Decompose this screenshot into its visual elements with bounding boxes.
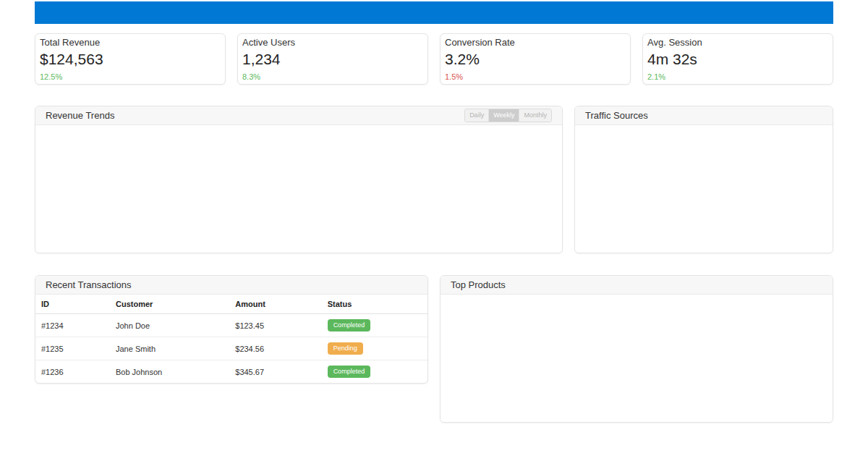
stat-card-total-revenue: Total Revenue $124,563 12.5%: [35, 33, 226, 85]
stat-change: 8.3%: [242, 72, 423, 83]
cell-customer: John Doe: [110, 314, 229, 337]
cell-id: #1235: [35, 337, 110, 360]
period-daily-button[interactable]: Daily: [465, 109, 488, 122]
cell-status: Pending: [322, 337, 427, 360]
stat-card-conversion-rate: Conversion Rate 3.2% 1.5%: [440, 33, 631, 85]
recent-transactions-panel: Recent Transactions ID Customer Amount S…: [35, 275, 428, 384]
stat-change: 2.1%: [647, 72, 828, 83]
stat-label: Avg. Session: [647, 36, 828, 48]
transactions-table: ID Customer Amount Status #1234 John Doe…: [35, 295, 427, 383]
revenue-trends-header: Revenue Trends Daily Weekly Monthly: [35, 106, 562, 125]
recent-transactions-header: Recent Transactions: [35, 276, 427, 295]
period-toggle: Daily Weekly Monthly: [464, 109, 552, 122]
dashboard-page: Total Revenue $124,563 12.5% Active User…: [0, 0, 868, 423]
revenue-trends-chart-area: [35, 125, 562, 253]
cell-id: #1236: [35, 360, 110, 384]
status-badge: Pending: [328, 342, 363, 355]
stat-label: Total Revenue: [40, 36, 221, 48]
table-header-row: ID Customer Amount Status: [35, 295, 427, 314]
status-badge: Completed: [328, 366, 371, 378]
cell-customer: Bob Johnson: [110, 360, 229, 384]
panel-title: Recent Transactions: [46, 279, 132, 290]
table-row: #1236 Bob Johnson $345.67 Completed: [35, 360, 427, 384]
stat-value: 1,234: [242, 49, 423, 69]
traffic-sources-chart-area: [575, 125, 833, 253]
cell-status: Completed: [322, 314, 427, 337]
stat-card-active-users: Active Users 1,234 8.3%: [237, 33, 428, 85]
cell-amount: $345.67: [229, 360, 321, 384]
top-products-panel: Top Products: [440, 275, 833, 423]
status-badge: Completed: [328, 319, 371, 332]
table-row: #1234 John Doe $123.45 Completed: [35, 314, 427, 337]
traffic-sources-panel: Traffic Sources: [574, 106, 833, 253]
cell-status: Completed: [322, 360, 427, 384]
traffic-sources-header: Traffic Sources: [575, 106, 833, 125]
column-header-id: ID: [35, 295, 110, 314]
stat-change: 1.5%: [445, 72, 626, 83]
stats-row: Total Revenue $124,563 12.5% Active User…: [35, 33, 833, 85]
top-products-header: Top Products: [441, 276, 833, 295]
period-weekly-button[interactable]: Weekly: [488, 109, 519, 122]
charts-row: Revenue Trends Daily Weekly Monthly Traf…: [35, 106, 833, 253]
cell-customer: Jane Smith: [110, 337, 229, 360]
cell-amount: $234.56: [229, 337, 321, 360]
column-header-amount: Amount: [229, 295, 321, 314]
cell-id: #1234: [35, 314, 110, 337]
panel-title: Revenue Trends: [46, 110, 114, 121]
table-row: #1235 Jane Smith $234.56 Pending: [35, 337, 427, 360]
panel-title: Traffic Sources: [585, 110, 648, 121]
period-monthly-button[interactable]: Monthly: [519, 109, 551, 122]
stat-value: 4m 32s: [647, 49, 828, 69]
panel-title: Top Products: [451, 279, 506, 290]
stat-card-avg-session: Avg. Session 4m 32s 2.1%: [642, 33, 833, 85]
column-header-customer: Customer: [110, 295, 229, 314]
stat-value: $124,563: [40, 49, 221, 69]
stat-value: 3.2%: [445, 49, 626, 69]
stat-change: 12.5%: [40, 72, 221, 83]
bottom-row: Recent Transactions ID Customer Amount S…: [35, 275, 833, 423]
stat-label: Conversion Rate: [445, 36, 626, 48]
revenue-trends-panel: Revenue Trends Daily Weekly Monthly: [35, 106, 563, 253]
cell-amount: $123.45: [229, 314, 321, 337]
column-header-status: Status: [322, 295, 427, 314]
stat-label: Active Users: [242, 36, 423, 48]
top-products-chart-area: [441, 295, 833, 422]
app-header-bar: [35, 1, 833, 24]
